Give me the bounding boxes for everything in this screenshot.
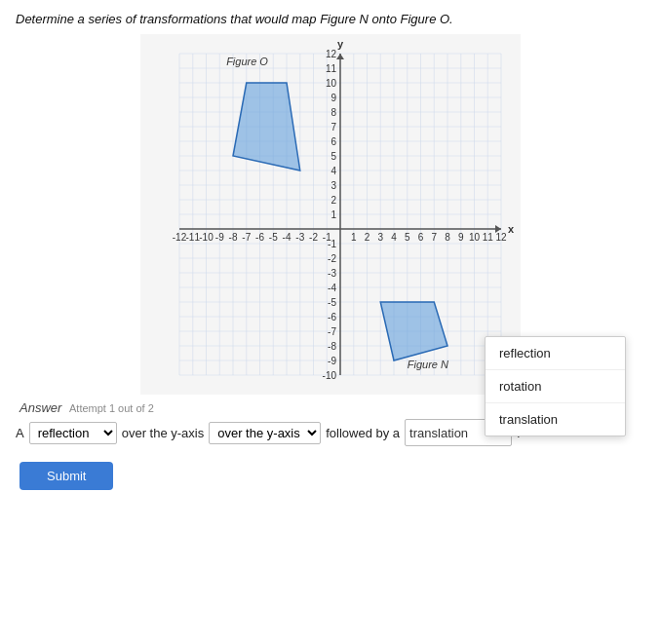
graph-wrapper xyxy=(140,34,521,395)
dropdown-item-rotation[interactable]: rotation xyxy=(486,370,625,403)
answer-attempt: Attempt 1 out of 2 xyxy=(69,402,154,414)
select-axis[interactable]: over the y-axis over the x-axis xyxy=(209,422,321,444)
question-text: Determine a series of transformations th… xyxy=(16,12,645,26)
answer-label: Answer xyxy=(19,400,61,415)
over-axis-text: over the y-axis xyxy=(122,426,205,440)
select-first-transform[interactable]: reflection rotation translation xyxy=(29,422,117,444)
graph-area: reflection rotation translation xyxy=(16,34,645,395)
submit-button[interactable]: Submit xyxy=(19,462,113,490)
dropdown-item-reflection[interactable]: reflection xyxy=(486,337,625,370)
page-container: Determine a series of transformations th… xyxy=(0,0,661,644)
answer-prefix: A xyxy=(16,426,24,440)
input-value: translation xyxy=(409,426,468,440)
dropdown-item-translation[interactable]: translation xyxy=(486,403,625,436)
dropdown-panel: reflection rotation translation xyxy=(485,336,626,436)
coordinate-graph xyxy=(140,34,521,395)
followed-by-text: followed by a xyxy=(326,426,400,440)
